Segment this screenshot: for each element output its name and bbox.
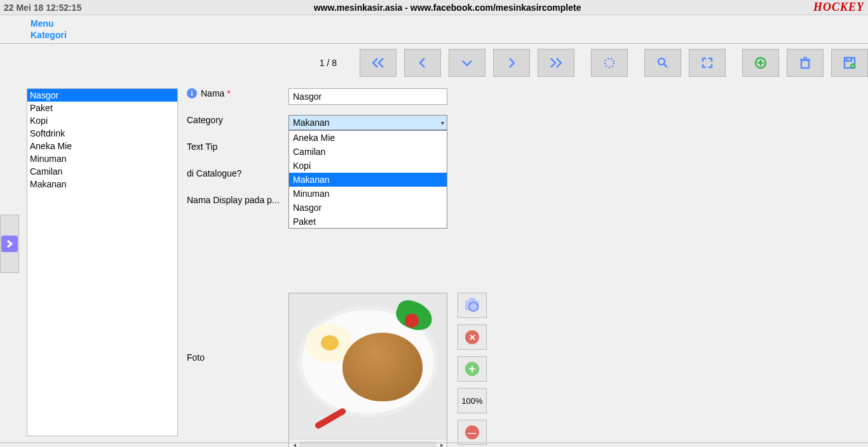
category-select[interactable]: Makanan ▾ [288,115,447,130]
tab-menu[interactable]: Menu [31,18,837,29]
info-icon: i [187,88,197,98]
list-item[interactable]: Aneka Mie [27,140,177,152]
texttip-label: Text Tip [187,142,217,152]
category-dropdown[interactable]: Aneka MieCamilanKopiMakananMinumanNasgor… [288,130,447,229]
logo: HOCKEY [813,1,864,14]
required-indicator: * [227,88,230,98]
name-label: Nama [201,88,224,98]
caret-down-icon: ▾ [441,119,444,126]
page-title: www.mesinkasir.asia - www.facebook.com/m… [81,3,813,13]
expand-icon [701,57,714,69]
svg-rect-6 [801,60,809,68]
dropdown-option[interactable]: Nasgor [289,201,447,215]
loading-icon [603,57,616,69]
svg-point-11 [851,64,855,68]
search-icon [656,57,669,69]
photo-camera-button[interactable] [458,293,487,318]
photo-image [289,293,447,439]
photo-scrollbar[interactable]: ◂▸ [289,439,447,447]
dropdown-option[interactable]: Camilan [289,145,447,159]
refresh-button[interactable] [591,49,628,77]
next-button[interactable] [493,49,530,77]
list-item[interactable]: Makanan [27,178,177,190]
x-circle-icon: ✕ [465,330,479,344]
down-button[interactable] [449,49,485,77]
list-item[interactable]: Softdrink [27,127,177,140]
dropdown-option[interactable]: Kopi [289,159,447,173]
photo-remove-button[interactable]: — [458,420,487,445]
foto-label: Foto [187,293,288,447]
name-input[interactable] [288,88,447,105]
chevrons-left-icon [371,57,385,69]
plus-circle-icon: + [465,362,479,376]
tab-kategori[interactable]: Kategori [31,29,837,41]
timestamp: 22 Mei 18 12:52:15 [4,3,81,13]
displayname-label: Nama Display pada p... [187,195,280,205]
list-item[interactable]: Nasgor [27,89,177,102]
delete-button[interactable] [787,49,824,77]
chevron-right-icon [1,236,18,252]
photo-preview: ◂▸ [288,293,447,447]
chevron-right-icon [506,57,517,69]
category-label: Category [187,115,223,125]
save-button[interactable] [831,49,868,77]
svg-point-1 [658,58,665,65]
last-button[interactable] [538,49,574,77]
dropdown-option[interactable]: Paket [289,215,447,229]
plus-circle-icon [754,57,767,69]
list-item[interactable]: Paket [27,102,177,114]
chevron-down-icon [461,57,473,69]
list-item[interactable]: Camilan [27,165,177,178]
pager-text: 1 / 8 [187,58,352,68]
svg-rect-10 [846,58,851,61]
chevron-left-icon [417,57,428,69]
dropdown-option[interactable]: Aneka Mie [289,131,447,145]
trash-icon [799,57,811,69]
item-listbox[interactable]: NasgorPaketKopiSoftdrinkAneka MieMinuman… [27,88,178,436]
fullscreen-button[interactable] [689,49,726,77]
expand-panel-button[interactable] [0,215,19,273]
prev-button[interactable] [404,49,441,77]
chevrons-right-icon [549,57,563,69]
svg-point-0 [605,58,614,67]
svg-line-2 [664,64,667,67]
dropdown-option[interactable]: Makanan [289,173,447,187]
camera-icon [465,300,479,310]
search-button[interactable] [644,49,681,77]
save-icon [843,57,856,69]
minus-circle-icon: — [465,425,479,439]
list-item[interactable]: Minuman [27,152,177,165]
photo-zoom-value[interactable]: 100% [458,388,487,413]
dropdown-option[interactable]: Minuman [289,187,447,201]
catalogue-label: di Catalogue? [187,168,241,178]
list-item[interactable]: Kopi [27,114,177,127]
photo-add-button[interactable]: + [458,356,487,382]
add-button[interactable] [742,49,779,77]
photo-delete-button[interactable]: ✕ [458,324,487,350]
category-value: Makanan [293,117,330,128]
first-button[interactable] [360,49,397,77]
